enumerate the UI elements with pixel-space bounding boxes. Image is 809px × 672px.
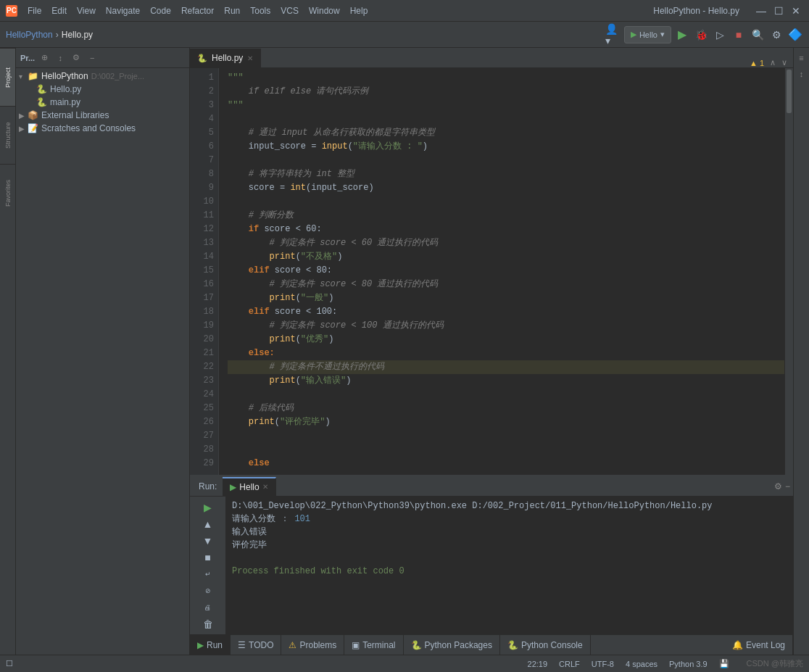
settings-panel-button[interactable]: ⚙ <box>70 51 83 65</box>
python-console-tool-button[interactable]: 🐍 Python Console <box>500 635 591 655</box>
structure-tab[interactable]: Structure <box>0 106 15 164</box>
problems-icon: ⚠ <box>289 640 296 650</box>
search-everywhere-button[interactable]: 🔍 <box>750 27 766 43</box>
menu-window[interactable]: Window <box>304 4 344 17</box>
expand-button[interactable]: ↕ <box>54 51 67 65</box>
scrollbar-thumb[interactable] <box>787 70 792 113</box>
run-button[interactable]: ▶ <box>674 27 690 43</box>
output-line-2: 输入错误 <box>232 526 787 539</box>
main-layout: Project Structure Favorites Pr... ⊕ ↕ ⚙ … <box>0 48 809 655</box>
tree-external-libraries[interactable]: ▶ 📦 External Libraries <box>16 109 189 122</box>
code-editor[interactable]: 12345 678910 1112131415 1617181920 21222… <box>190 68 793 475</box>
run-tab-close[interactable]: ✕ <box>262 483 268 491</box>
code-line-15: elif score < 80: <box>228 264 784 278</box>
status-right: 22:19 CRLF UTF-8 4 spaces Python 3.9 💾 C… <box>528 658 803 669</box>
breadcrumb-separator: › <box>56 30 59 40</box>
tab-close-button[interactable]: ✕ <box>247 54 253 62</box>
wrap-lines-button[interactable]: ↵ <box>200 566 216 581</box>
interpreter[interactable]: Python 3.9 <box>669 660 708 668</box>
settings-button[interactable]: ⚙ <box>768 27 784 43</box>
status-bar: ☐ 22:19 CRLF UTF-8 4 spaces Python 3.9 💾… <box>0 655 809 672</box>
status-icon: ☐ <box>6 659 13 668</box>
tree-file-hello[interactable]: 🐍 Hello.py <box>16 83 189 96</box>
scratch-icon: 📝 <box>28 123 39 133</box>
right-tool-btn-1[interactable]: ≡ <box>795 51 809 65</box>
run-panel-header: Run: ▶ Hello ✕ ⚙ − <box>190 476 793 497</box>
status-left: ☐ <box>6 659 13 668</box>
plugins-button[interactable]: 🔷 <box>787 27 803 43</box>
project-tab[interactable]: Project <box>0 48 15 106</box>
warning-indicator[interactable]: ▲ 1 <box>750 59 764 67</box>
tab-hello-py[interactable]: 🐍 Hello.py ✕ <box>190 49 261 67</box>
menu-view[interactable]: View <box>72 4 100 17</box>
right-sidebar: ≡ ↕ <box>793 48 809 655</box>
tree-file-main[interactable]: 🐍 main.py <box>16 96 189 109</box>
output-line-3: 评价完毕 <box>232 539 787 552</box>
stop-run-button[interactable]: ■ <box>200 549 216 565</box>
clear-output-button[interactable]: ⊘ <box>200 583 216 598</box>
menu-run[interactable]: Run <box>220 4 244 17</box>
close-button[interactable]: ✕ <box>789 4 803 18</box>
menu-code[interactable]: Code <box>146 4 175 17</box>
root-folder-label: HelloPython <box>41 71 88 81</box>
toolbar: HelloPython › Hello.py 👤▾ ▶ Hello ▾ ▶ 🐞 … <box>0 22 809 48</box>
tree-root-folder[interactable]: ▾ 📁 HelloPython D:\002_Proje... <box>16 70 189 83</box>
library-icon: 📦 <box>28 110 39 120</box>
breadcrumb-file[interactable]: Hello.py <box>62 30 93 40</box>
code-line-22: # 判定条件不通过执行的代码 <box>228 360 784 374</box>
menu-help[interactable]: Help <box>346 4 373 17</box>
event-log-button[interactable]: 🔔 Event Log <box>725 635 793 655</box>
favorites-tab[interactable]: Favorites <box>0 164 15 222</box>
menu-navigate[interactable]: Navigate <box>101 4 144 17</box>
problems-label: Problems <box>299 640 336 650</box>
code-line-11: # 判断分数 <box>228 209 784 223</box>
user-icon[interactable]: 👤▾ <box>605 27 621 43</box>
code-content[interactable]: """ if elif else 请句代码示例 """ # 通过 input 从… <box>219 68 784 475</box>
menu-refactor[interactable]: Refactor <box>177 4 218 17</box>
run-settings-button[interactable]: ⚙ <box>774 481 782 491</box>
menu-tools[interactable]: Tools <box>246 4 275 17</box>
cursor-position[interactable]: 22:19 <box>528 660 548 668</box>
problems-tool-button[interactable]: ⚠ Problems <box>281 635 344 655</box>
right-tool-btn-2[interactable]: ↕ <box>795 67 809 81</box>
expand-editor-btn[interactable]: ∧ <box>770 58 776 67</box>
collapse-editor-btn[interactable]: ∨ <box>781 58 787 67</box>
code-line-14: print("不及格") <box>228 250 784 264</box>
python-console-label: Python Console <box>521 640 583 650</box>
minimize-button[interactable]: — <box>754 4 768 18</box>
run-coverage-button[interactable]: ▷ <box>712 27 728 43</box>
terminal-tool-button[interactable]: ▣ Terminal <box>344 635 403 655</box>
encoding[interactable]: UTF-8 <box>592 660 614 668</box>
collapse-all-button[interactable]: ⊕ <box>38 51 51 65</box>
print-button[interactable]: 🖨 <box>200 600 216 615</box>
scroll-up-button[interactable]: ▲ <box>200 516 216 531</box>
delete-button[interactable]: 🗑 <box>200 616 216 631</box>
debug-button[interactable]: 🐞 <box>693 27 709 43</box>
run-tab[interactable]: ▶ Hello ✕ <box>223 477 275 496</box>
run-config-label: Hello <box>639 30 657 39</box>
event-log-icon: 🔔 <box>732 640 743 650</box>
code-line-25: # 后续代码 <box>228 402 784 415</box>
tree-scratches[interactable]: ▶ 📝 Scratches and Consoles <box>16 122 189 135</box>
run-config-button[interactable]: ▶ Hello ▾ <box>624 26 671 43</box>
line-numbers: 12345 678910 1112131415 1617181920 21222… <box>190 68 219 475</box>
maximize-button[interactable]: ☐ <box>771 4 786 18</box>
scrollbar-area[interactable] <box>784 68 793 475</box>
hide-panel-button[interactable]: − <box>86 51 99 65</box>
python-packages-tool-button[interactable]: 🐍 Python Packages <box>404 635 500 655</box>
app-icon: PC <box>6 5 17 17</box>
menu-file[interactable]: File <box>23 4 46 17</box>
breadcrumb-root[interactable]: HelloPython <box>6 30 53 40</box>
indent[interactable]: 4 spaces <box>626 660 657 668</box>
todo-tool-button[interactable]: ☰ TODO <box>231 635 281 655</box>
rerun-button[interactable]: ▶ <box>200 499 216 515</box>
run-tool-button[interactable]: ▶ Run <box>190 635 231 655</box>
code-line-19: # 判定条件 score < 100 通过执行的代码 <box>228 319 784 333</box>
output-blank <box>232 552 787 565</box>
menu-edit[interactable]: Edit <box>47 4 71 17</box>
menu-vcs[interactable]: VCS <box>276 4 303 17</box>
scroll-down-button[interactable]: ▼ <box>200 533 216 548</box>
line-ending[interactable]: CRLF <box>559 660 580 668</box>
run-minimize-button[interactable]: − <box>785 481 790 491</box>
stop-button[interactable]: ■ <box>731 27 747 43</box>
